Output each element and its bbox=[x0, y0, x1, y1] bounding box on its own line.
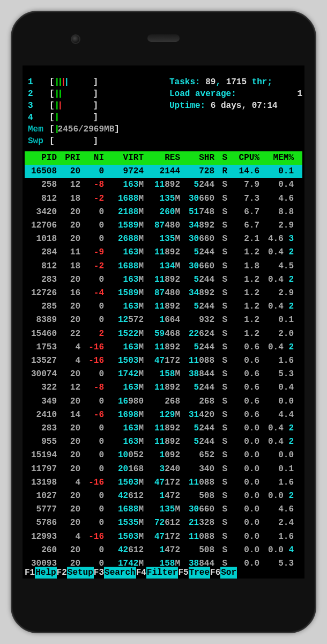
terminal-screen: 1[|||| ]2[|| ]3[|| ]4[| ]Mem[|2456/2969M… bbox=[23, 65, 304, 579]
function-keys: F1Help F2Setup F3SearchF4FilterF5Tree F6… bbox=[25, 567, 302, 579]
table-row[interactable]: 283200163M118925244S1.20.4 2 bbox=[25, 273, 302, 287]
column-header[interactable]: SHR bbox=[182, 151, 217, 165]
load-line: Load average:1 bbox=[169, 88, 302, 100]
fkey-f6[interactable]: F6Sor bbox=[210, 567, 237, 579]
table-header: PIDPRINIVIRTRESSHRSCPU%MEM% bbox=[25, 151, 302, 165]
cpu-meters: 1[|||| ]2[|| ]3[|| ]4[| ]Mem[|2456/2969M… bbox=[25, 76, 164, 147]
table-row[interactable]: 81218-21688M135M30660S7.34.6 bbox=[25, 192, 302, 206]
table-row[interactable]: 17534-16163M118925244S0.60.4 2 bbox=[25, 341, 302, 354]
table-row[interactable]: 154602221522M5946822624S1.22.0 bbox=[25, 327, 302, 341]
table-row[interactable]: 283200163M118925244S0.00.4 2 bbox=[25, 422, 302, 435]
column-header[interactable]: S bbox=[217, 151, 229, 165]
uptime-line: Uptime: 6 days, 07:14 bbox=[169, 100, 302, 112]
column-header[interactable]: MEM% bbox=[262, 151, 296, 165]
table-row[interactable]: 57862001535M7261221328S0.02.4 bbox=[25, 516, 302, 530]
fkey-f1[interactable]: F1Help bbox=[25, 567, 57, 579]
table-row[interactable]: 34920016980268268S0.60.0 bbox=[25, 395, 302, 408]
phone-frame: 1[|||| ]2[|| ]3[|| ]4[| ]Mem[|2456/2969M… bbox=[11, 11, 316, 633]
table-row[interactable]: 129934-161503M4717211088S0.01.6 bbox=[25, 530, 302, 544]
column-header[interactable]: PID bbox=[25, 151, 59, 165]
table-row[interactable]: 10182002688M135M30660S2.14.6 3 bbox=[25, 232, 302, 246]
table-row[interactable]: 15194200100521092652S0.00.0 bbox=[25, 449, 302, 462]
table-row[interactable]: 1027200426121472508S0.00.0 2 bbox=[25, 489, 302, 503]
table-row[interactable]: 11797200201683240340S0.00.1 bbox=[25, 463, 302, 476]
table-row[interactable]: 260200426121472508S0.00.0 4 bbox=[25, 544, 302, 557]
table-row[interactable]: 127062001589M8748034892S6.72.9 bbox=[25, 219, 302, 232]
table-row[interactable]: 28411-9163M118925244S1.20.4 2 bbox=[25, 246, 302, 259]
table-row[interactable]: 81218-21688M134M30660S1.84.5 bbox=[25, 260, 302, 273]
table-row[interactable]: 32212-8163M118925244S0.60.4 bbox=[25, 381, 302, 394]
table-row[interactable]: 300742001742M158M38844S0.65.3 bbox=[25, 368, 302, 381]
column-header[interactable]: CPU% bbox=[229, 151, 262, 165]
table-row[interactable]: 241014-61698M129M31420S0.64.4 bbox=[25, 408, 302, 422]
column-header[interactable]: RES bbox=[146, 151, 182, 165]
table-row[interactable]: 57772001688M135M30660S0.04.6 bbox=[25, 503, 302, 516]
table-row[interactable]: 131984-161503M4717211088S0.01.6 bbox=[25, 476, 302, 489]
cpu-meter-4: 4[| ] bbox=[25, 112, 164, 123]
cpu-meter-2: 2[|| ] bbox=[25, 88, 164, 100]
process-table[interactable]: PIDPRINIVIRTRESSHRSCPU%MEM% 165082009724… bbox=[25, 151, 302, 570]
table-row[interactable]: 285200163M118925244S1.20.4 2 bbox=[25, 300, 302, 313]
swap-meter: Swp[ ] bbox=[25, 135, 164, 147]
fkey-f5[interactable]: F5Tree bbox=[178, 567, 210, 579]
tasks-line: Tasks: 89, 1715 thr; bbox=[169, 76, 302, 88]
speaker-slot bbox=[147, 34, 180, 42]
table-row[interactable]: 8389200125721664932S1.20.1 bbox=[25, 313, 302, 327]
table-row[interactable]: 25812-8163M118925244S7.90.4 bbox=[25, 178, 302, 192]
table-row[interactable]: 1650820097242144728R14.60.1 bbox=[25, 165, 302, 178]
column-header[interactable]: NI bbox=[83, 151, 106, 165]
table-row[interactable]: 34202002188M260M51748S6.78.8 bbox=[25, 206, 302, 219]
table-row[interactable]: 1272616-41589M8748034892S1.22.9 bbox=[25, 287, 302, 300]
fkey-f2[interactable]: F2Setup bbox=[57, 567, 94, 579]
fkey-f3[interactable]: F3Search bbox=[94, 567, 136, 579]
column-header[interactable]: PRI bbox=[59, 151, 83, 165]
fkey-f4[interactable]: F4Filter bbox=[136, 567, 179, 579]
table-row[interactable]: 135274-161503M4717211088S0.61.6 bbox=[25, 354, 302, 368]
cpu-meter-1: 1[|||| ] bbox=[25, 76, 164, 88]
camera-dot bbox=[71, 34, 80, 44]
table-row[interactable]: 955200163M118925244S0.00.4 2 bbox=[25, 435, 302, 449]
mem-meter: Mem[|2456/2969MB] bbox=[25, 123, 164, 135]
system-stats: Tasks: 89, 1715 thr; Load average:1 Upti… bbox=[164, 76, 302, 147]
cpu-meter-3: 3[|| ] bbox=[25, 100, 164, 112]
column-header[interactable]: VIRT bbox=[106, 151, 146, 165]
